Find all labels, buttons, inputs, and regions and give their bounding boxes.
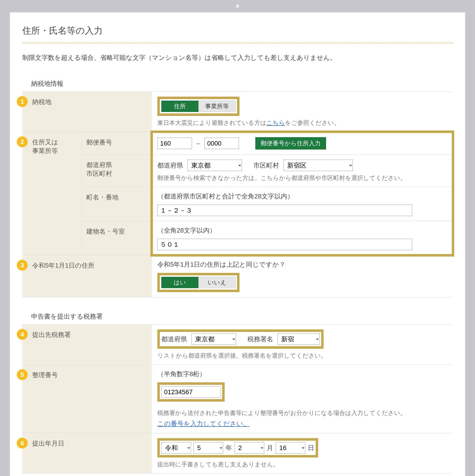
- row-address-as-of-date: 3 令和5年1月1日の住所 令和5年1月1日の住所は上記と同じですか？ はい い…: [22, 255, 453, 297]
- label-tax-location: 納税地: [22, 92, 152, 132]
- label-address: 住所又は 事業所等: [22, 132, 82, 255]
- year-suffix: 年: [226, 444, 232, 452]
- refnum-help: 税務署から送付された申告書等により整理番号がお分かりになる場合は入力してください…: [157, 409, 447, 417]
- divider-icon: [22, 43, 453, 43]
- tax-office-pref-label: 都道府県: [161, 335, 187, 344]
- building-hint: （全角28文字以内）: [157, 226, 447, 235]
- submission-date-help: 提出時に手書きしても差し支えありません。: [157, 460, 447, 468]
- same-address-prompt: 令和5年1月1日の住所は上記と同じですか？: [157, 260, 447, 269]
- label-address-l2: 事業所等: [32, 147, 58, 154]
- tax-office-pref-select[interactable]: 東京都: [191, 333, 236, 345]
- row-submission-date: 6 提出年月日 令和 5 年 2 月 16 日 提出時に手書きしても差し支えあり…: [22, 433, 453, 474]
- annotation-badge-4: 4: [17, 329, 28, 340]
- segment-tax-location: 住所 事業所等: [161, 101, 236, 112]
- city-label: 市区町村: [253, 161, 279, 170]
- segment-same-address: はい いいえ: [161, 277, 236, 288]
- no-button[interactable]: いいえ: [198, 277, 236, 288]
- refnum-input[interactable]: [161, 386, 221, 398]
- town-input[interactable]: [157, 205, 412, 216]
- tax-location-help: 東日本大震災により避難されている方はこちらをご参照ください。: [157, 119, 447, 127]
- highlight-submission-date: 令和 5 年 2 月 16 日: [157, 438, 318, 457]
- label-tax-office: 提出先税務署: [22, 325, 152, 365]
- row-tax-location: 1 納税地 住所 事業所等 東日本大震災により避難されている方はこちらをご参照く…: [22, 91, 453, 132]
- intro-note: 制限文字数を超える場合、省略可能な文字（マンション名等）は省略して入力しても差し…: [22, 53, 453, 62]
- highlight-refnum: [157, 382, 225, 402]
- pref-label: 都道府県: [157, 161, 183, 170]
- help-prefix: 東日本大震災により避難されている方は: [157, 119, 266, 126]
- label-reference-number: 整理番号: [22, 365, 152, 433]
- era-select[interactable]: 令和: [161, 442, 191, 454]
- annotation-badge-5: 5: [17, 369, 28, 380]
- annotation-badge-6: 6: [17, 438, 28, 449]
- seg-office-button[interactable]: 事業所等: [198, 101, 236, 112]
- window-notch: [0, 0, 475, 12]
- help-suffix: をご参照ください。: [285, 119, 340, 126]
- month-suffix: 月: [267, 444, 273, 452]
- row-reference-number: 5 整理番号 （半角数字8桁） 税務署から送付された申告書等により整理番号がお分…: [22, 365, 453, 433]
- tax-office-name-select[interactable]: 新宿: [278, 333, 320, 345]
- month-select[interactable]: 2: [235, 442, 264, 454]
- annotation-badge-1: 1: [17, 96, 28, 107]
- label-town: 町名・番地: [82, 187, 152, 221]
- year-select[interactable]: 5: [193, 442, 223, 454]
- label-postal: 郵便番号: [82, 132, 152, 154]
- row-address: 2 住所又は 事業所等 郵便番号 – 郵便番号から住所入力: [22, 132, 453, 255]
- zip1-input[interactable]: [157, 138, 192, 149]
- refnum-hint: （半角数字8桁）: [157, 370, 447, 378]
- label-address-l1: 住所又は: [32, 138, 58, 146]
- label-prefecture-city: 都道府県 市区町村: [82, 155, 152, 187]
- prefecture-select[interactable]: 東京都: [188, 160, 242, 171]
- highlight-tax-office: 都道府県 東京都 税務署名 新宿: [157, 329, 324, 349]
- building-input[interactable]: [157, 239, 412, 250]
- section-heading-tax-office: 申告書を提出する税務署: [31, 312, 453, 321]
- highlight-tax-location-segment: 住所 事業所等: [157, 97, 239, 116]
- day-suffix: 日: [308, 444, 314, 452]
- town-hint: （都道府県市区町村と合計で全角28文字以内）: [157, 192, 447, 201]
- city-select[interactable]: 新宿区: [284, 160, 353, 171]
- highlight-same-address: はい いいえ: [157, 273, 239, 292]
- label-address-as-of: 令和5年1月1日の住所: [22, 255, 152, 297]
- label-building: 建物名・号室: [82, 221, 152, 255]
- annotation-badge-2: 2: [17, 136, 28, 147]
- disaster-link[interactable]: こちら: [266, 119, 285, 126]
- annotation-badge-3: 3: [17, 260, 28, 271]
- zip2-input[interactable]: [204, 138, 239, 149]
- yes-button[interactable]: はい: [161, 277, 198, 288]
- tax-office-name-label: 税務署名: [247, 335, 273, 344]
- zip-lookup-button[interactable]: 郵便番号から住所入力: [255, 137, 326, 150]
- section-heading-tax-location: 納税地情報: [31, 79, 453, 88]
- page-title: 住所・氏名等の入力: [22, 25, 453, 37]
- zip-dash: –: [196, 140, 200, 147]
- refnum-link[interactable]: この番号を入力してください。: [157, 420, 250, 427]
- seg-address-button[interactable]: 住所: [161, 101, 198, 112]
- day-select[interactable]: 16: [276, 442, 305, 454]
- row-tax-office: 4 提出先税務署 都道府県 東京都 税務署名 新宿 リストから都道府県を選択後、…: [22, 324, 453, 365]
- form-page: 住所・氏名等の入力 制限文字数を超える場合、省略可能な文字（マンション名等）は省…: [10, 12, 465, 476]
- tax-office-help: リストから都道府県を選択後、税務署名を選択してください。: [157, 352, 447, 360]
- label-submission-date: 提出年月日: [22, 433, 152, 473]
- pref-help: 郵便番号から検索できなかった方は、こちらから都道府県や市区町村を選択してください…: [157, 174, 447, 182]
